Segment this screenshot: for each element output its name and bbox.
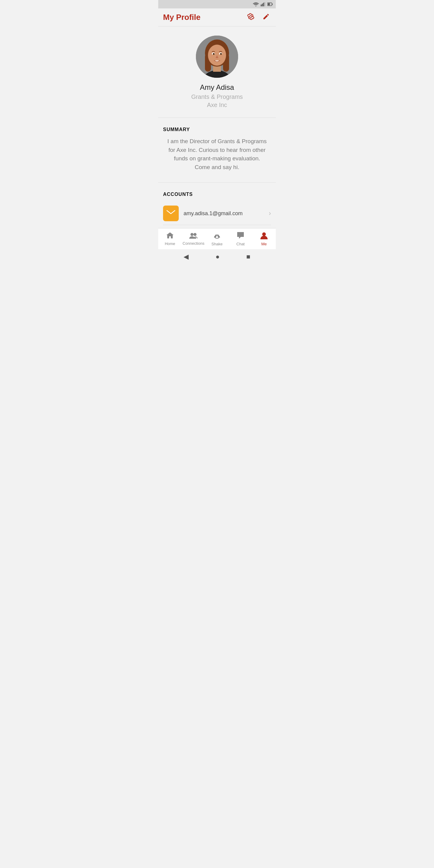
mail-icon (166, 210, 176, 217)
page-title: My Profile (163, 13, 200, 22)
profile-divider (158, 118, 276, 118)
bottom-nav: Home Connections Shake (158, 228, 276, 249)
chevron-right-icon: › (269, 210, 271, 217)
edit-button[interactable] (261, 12, 271, 23)
signal-icon (261, 2, 266, 6)
home-button[interactable]: ● (216, 253, 219, 261)
accounts-label: ACCOUNTS (163, 192, 271, 197)
svg-point-0 (255, 6, 256, 7)
svg-point-18 (213, 53, 215, 55)
nav-connections[interactable]: Connections (182, 228, 205, 249)
summary-section: SUMMARY I am the Director of Grants & Pr… (158, 121, 276, 179)
svg-text:!: ! (270, 3, 270, 5)
nav-me-label: Me (261, 242, 267, 246)
me-icon (260, 231, 268, 241)
accounts-section: ACCOUNTS amy.adisa.1@gmail.com › (158, 186, 276, 228)
chat-icon (237, 231, 244, 241)
nav-me[interactable]: Me (252, 228, 276, 249)
system-nav: ◀ ● ■ (158, 249, 276, 264)
svg-rect-6 (272, 4, 273, 5)
svg-rect-4 (264, 2, 265, 6)
status-bar: ! (158, 0, 276, 8)
svg-rect-1 (261, 4, 261, 6)
connections-icon (189, 232, 198, 240)
profile-section: Amy Adisa Grants & Programs Axe Inc (158, 27, 276, 115)
header: My Profile (158, 8, 276, 27)
settings-button[interactable] (246, 11, 256, 24)
profile-job-title: Grants & Programs (191, 93, 243, 100)
battery-icon: ! (267, 2, 273, 6)
profile-company: Axe Inc (207, 101, 227, 108)
gear-icon (247, 13, 255, 21)
svg-point-21 (221, 53, 221, 54)
svg-point-19 (220, 53, 222, 55)
summary-label: SUMMARY (163, 127, 271, 132)
avatar (196, 36, 238, 78)
profile-name: Amy Adisa (200, 83, 234, 92)
nav-connections-label: Connections (183, 241, 204, 246)
nav-home[interactable]: Home (158, 228, 182, 249)
svg-point-23 (190, 233, 193, 236)
svg-point-25 (262, 232, 266, 236)
account-email-row[interactable]: amy.adisa.1@gmail.com › (163, 202, 271, 225)
summary-divider (158, 182, 276, 183)
svg-point-20 (214, 53, 214, 54)
email-icon-wrap (163, 206, 179, 221)
summary-text: I am the Director of Grants & Programs f… (163, 137, 271, 176)
svg-rect-3 (263, 3, 264, 6)
nav-chat-label: Chat (236, 242, 244, 246)
nav-home-label: Home (165, 241, 176, 246)
chat-svg (237, 231, 244, 239)
avatar-image (196, 36, 238, 78)
svg-rect-2 (262, 4, 263, 6)
header-actions (246, 11, 271, 24)
connections-svg (189, 232, 198, 239)
account-email-value: amy.adisa.1@gmail.com (184, 210, 269, 217)
nav-shake-label: Shake (212, 242, 223, 246)
wifi-icon (253, 2, 259, 6)
shake-icon (213, 231, 221, 241)
home-svg (166, 232, 174, 239)
nav-shake[interactable]: Shake (205, 228, 229, 249)
svg-point-24 (193, 233, 196, 236)
nav-chat[interactable]: Chat (229, 228, 252, 249)
recent-button[interactable]: ■ (246, 253, 250, 261)
shake-svg (213, 231, 221, 239)
home-icon (166, 232, 174, 240)
me-svg (260, 231, 268, 239)
back-button[interactable]: ◀ (184, 253, 189, 261)
pencil-icon (262, 13, 270, 20)
